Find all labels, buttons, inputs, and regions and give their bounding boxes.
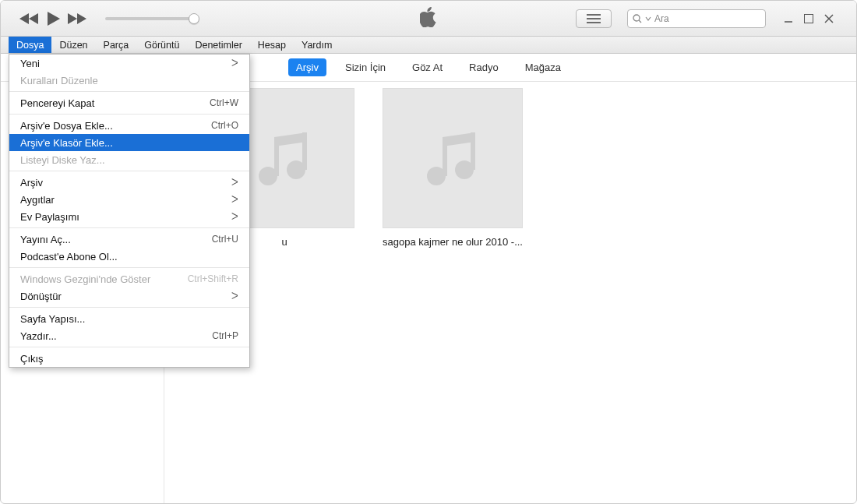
svg-rect-2 <box>587 22 601 23</box>
play-button[interactable] <box>44 10 62 27</box>
menu-item[interactable]: Pencereyi KapatCtrl+W <box>9 94 249 111</box>
menu-item-label: Yeni <box>20 58 40 69</box>
search-placeholder: Ara <box>654 13 669 24</box>
volume-slider[interactable] <box>105 17 195 20</box>
titlebar: Ara <box>1 1 856 37</box>
menu-item[interactable]: Arşivᐳ <box>9 174 249 191</box>
main-area: YeniᐳKuralları DüzenlePencereyi KapatCtr… <box>1 54 856 503</box>
apple-logo-icon <box>420 7 437 30</box>
menu-item-label: Yayını Aç... <box>20 234 71 245</box>
svg-rect-1 <box>587 18 601 19</box>
album-title: sagopa kajmer ne olur 2010 -... <box>383 236 523 248</box>
menu-item[interactable]: Aygıtlarᐳ <box>9 191 249 208</box>
tab-mağaza[interactable]: Mağaza <box>517 58 569 76</box>
menu-item[interactable]: Ev Paylaşımıᐳ <box>9 208 249 225</box>
menu-item-label: Aygıtlar <box>20 194 55 206</box>
menu-item: Kuralları Düzenle <box>9 72 249 89</box>
menu-item[interactable]: Arşiv'e Dosya Ekle...Ctrl+O <box>9 117 249 134</box>
menu-item-label: Windows Gezgini'nde Göster <box>20 273 150 285</box>
tab-arşiv[interactable]: Arşiv <box>288 58 326 76</box>
menu-item: Listeyi Diske Yaz... <box>9 151 249 168</box>
menu-item-label: Yazdır... <box>20 330 57 342</box>
album-cover[interactable] <box>383 88 523 228</box>
menu-item-label: Arşiv <box>20 177 43 189</box>
playback-controls <box>19 10 195 27</box>
file-menu-dropdown: YeniᐳKuralları DüzenlePencereyi KapatCtr… <box>9 54 250 368</box>
search-input[interactable]: Ara <box>627 9 766 28</box>
menu-item-shortcut: Ctrl+U <box>212 234 238 245</box>
next-track-button[interactable] <box>66 12 86 26</box>
album-item[interactable]: sagopa kajmer ne olur 2010 -... <box>383 88 523 497</box>
svg-point-3 <box>633 15 640 21</box>
chevron-right-icon: ᐳ <box>231 58 238 69</box>
menu-item-shortcut: Ctrl+P <box>212 330 238 341</box>
menu-item: Windows Gezgini'nde GösterCtrl+Shift+R <box>9 270 249 287</box>
maximize-button[interactable] <box>802 12 816 26</box>
menu-item[interactable]: Sayfa Yapısı... <box>9 310 249 327</box>
menu-item[interactable]: Arşiv'e Klasör Ekle... <box>9 134 249 151</box>
menu-item-shortcut: Ctrl+W <box>210 97 238 108</box>
menu-item-label: Ev Paylaşımı <box>20 211 79 223</box>
album-grid: usagopa kajmer ne olur 2010 -... <box>164 82 856 503</box>
menu-item[interactable]: Çıkış <box>9 350 249 367</box>
menu-denetimler[interactable]: Denetimler <box>187 37 249 53</box>
menu-item-label: Dönüştür <box>20 291 62 302</box>
menu-item[interactable]: Yazdır...Ctrl+P <box>9 327 249 344</box>
menu-item[interactable]: Dönüştürᐳ <box>9 287 249 305</box>
menu-görüntü[interactable]: Görüntü <box>136 37 187 53</box>
menu-item-label: Listeyi Diske Yaz... <box>20 154 105 166</box>
close-button[interactable] <box>822 12 836 26</box>
chevron-right-icon: ᐳ <box>231 177 238 188</box>
chevron-down-icon <box>645 16 651 22</box>
list-view-button[interactable] <box>576 9 612 28</box>
minimize-button[interactable] <box>781 12 795 26</box>
chevron-right-icon: ᐳ <box>231 291 238 301</box>
search-icon <box>633 14 642 23</box>
tab-göz-at[interactable]: Göz At <box>404 58 450 76</box>
menu-item-label: Kuralları Düzenle <box>20 75 98 86</box>
menu-item-label: Arşiv'e Dosya Ekle... <box>20 120 113 132</box>
menu-item[interactable]: Yayını Aç...Ctrl+U <box>9 231 249 248</box>
menu-item[interactable]: Yeniᐳ <box>9 55 249 72</box>
tab-sizin-i̇çin[interactable]: Sizin İçin <box>337 58 393 76</box>
menu-düzen[interactable]: Düzen <box>51 37 95 53</box>
previous-track-button[interactable] <box>19 12 40 26</box>
menu-item-label: Pencereyi Kapat <box>20 97 94 109</box>
chevron-right-icon: ᐳ <box>231 211 238 222</box>
menu-hesap[interactable]: Hesap <box>250 37 294 53</box>
right-toolbar: Ara <box>576 9 844 28</box>
chevron-right-icon: ᐳ <box>231 194 238 205</box>
svg-line-4 <box>639 20 641 23</box>
menu-item-shortcut: Ctrl+Shift+R <box>188 273 238 284</box>
menubar: DosyaDüzenParçaGörüntüDenetimlerHesapYar… <box>1 37 856 54</box>
menu-parça[interactable]: Parça <box>96 37 137 53</box>
menu-item-label: Podcast'e Abone Ol... <box>20 251 118 263</box>
volume-thumb[interactable] <box>189 13 199 24</box>
menu-dosya[interactable]: Dosya <box>9 37 51 53</box>
tab-radyo[interactable]: Radyo <box>461 58 506 76</box>
menu-yardım[interactable]: Yardım <box>294 37 340 53</box>
menu-item-label: Arşiv'e Klasör Ekle... <box>20 137 113 149</box>
menu-item-label: Sayfa Yapısı... <box>20 313 85 325</box>
menu-item[interactable]: Podcast'e Abone Ol... <box>9 248 249 265</box>
window-controls <box>781 12 836 26</box>
menu-item-shortcut: Ctrl+O <box>211 120 238 131</box>
menu-item-label: Çıkış <box>20 353 44 365</box>
svg-rect-0 <box>587 14 601 16</box>
